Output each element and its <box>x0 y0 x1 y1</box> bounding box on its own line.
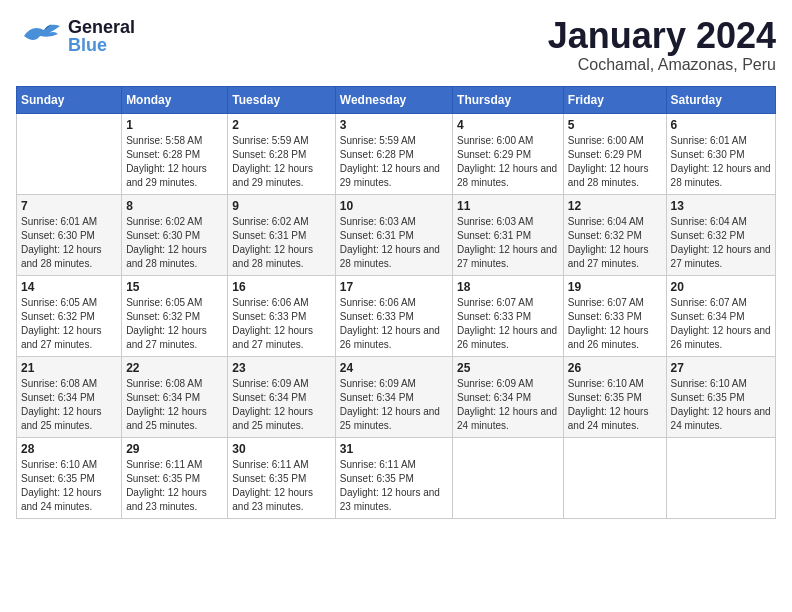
day-number: 30 <box>232 442 330 456</box>
calendar-cell: 22Sunrise: 6:08 AMSunset: 6:34 PMDayligh… <box>122 356 228 437</box>
calendar-cell: 11Sunrise: 6:03 AMSunset: 6:31 PMDayligh… <box>453 194 564 275</box>
day-number: 21 <box>21 361 117 375</box>
calendar-week-5: 28Sunrise: 6:10 AMSunset: 6:35 PMDayligh… <box>17 437 776 518</box>
day-number: 8 <box>126 199 223 213</box>
day-number: 9 <box>232 199 330 213</box>
day-number: 25 <box>457 361 559 375</box>
calendar-cell: 12Sunrise: 6:04 AMSunset: 6:32 PMDayligh… <box>563 194 666 275</box>
calendar-week-3: 14Sunrise: 6:05 AMSunset: 6:32 PMDayligh… <box>17 275 776 356</box>
day-info: Sunrise: 6:09 AMSunset: 6:34 PMDaylight:… <box>340 378 440 431</box>
calendar-cell: 17Sunrise: 6:06 AMSunset: 6:33 PMDayligh… <box>335 275 452 356</box>
day-number: 16 <box>232 280 330 294</box>
day-info: Sunrise: 6:10 AMSunset: 6:35 PMDaylight:… <box>568 378 649 431</box>
day-info: Sunrise: 6:05 AMSunset: 6:32 PMDaylight:… <box>126 297 207 350</box>
day-info: Sunrise: 6:00 AMSunset: 6:29 PMDaylight:… <box>568 135 649 188</box>
calendar-cell: 19Sunrise: 6:07 AMSunset: 6:33 PMDayligh… <box>563 275 666 356</box>
day-number: 14 <box>21 280 117 294</box>
day-number: 12 <box>568 199 662 213</box>
day-info: Sunrise: 6:01 AMSunset: 6:30 PMDaylight:… <box>671 135 771 188</box>
day-number: 26 <box>568 361 662 375</box>
day-number: 3 <box>340 118 448 132</box>
weekday-header-tuesday: Tuesday <box>228 86 335 113</box>
day-number: 29 <box>126 442 223 456</box>
calendar-cell: 16Sunrise: 6:06 AMSunset: 6:33 PMDayligh… <box>228 275 335 356</box>
calendar-cell: 30Sunrise: 6:11 AMSunset: 6:35 PMDayligh… <box>228 437 335 518</box>
calendar-cell <box>17 113 122 194</box>
day-number: 20 <box>671 280 771 294</box>
calendar-cell: 15Sunrise: 6:05 AMSunset: 6:32 PMDayligh… <box>122 275 228 356</box>
day-number: 15 <box>126 280 223 294</box>
day-info: Sunrise: 6:07 AMSunset: 6:34 PMDaylight:… <box>671 297 771 350</box>
day-number: 17 <box>340 280 448 294</box>
weekday-header-friday: Friday <box>563 86 666 113</box>
calendar-table: SundayMondayTuesdayWednesdayThursdayFrid… <box>16 86 776 519</box>
calendar-cell: 10Sunrise: 6:03 AMSunset: 6:31 PMDayligh… <box>335 194 452 275</box>
calendar-week-2: 7Sunrise: 6:01 AMSunset: 6:30 PMDaylight… <box>17 194 776 275</box>
calendar-cell: 31Sunrise: 6:11 AMSunset: 6:35 PMDayligh… <box>335 437 452 518</box>
day-number: 31 <box>340 442 448 456</box>
calendar-cell <box>563 437 666 518</box>
day-info: Sunrise: 6:04 AMSunset: 6:32 PMDaylight:… <box>568 216 649 269</box>
day-number: 23 <box>232 361 330 375</box>
calendar-cell: 29Sunrise: 6:11 AMSunset: 6:35 PMDayligh… <box>122 437 228 518</box>
calendar-cell: 6Sunrise: 6:01 AMSunset: 6:30 PMDaylight… <box>666 113 775 194</box>
header: General Blue January 2024 Cochamal, Amaz… <box>16 16 776 74</box>
subtitle: Cochamal, Amazonas, Peru <box>548 56 776 74</box>
calendar-cell: 7Sunrise: 6:01 AMSunset: 6:30 PMDaylight… <box>17 194 122 275</box>
day-info: Sunrise: 6:06 AMSunset: 6:33 PMDaylight:… <box>340 297 440 350</box>
day-number: 28 <box>21 442 117 456</box>
day-info: Sunrise: 6:07 AMSunset: 6:33 PMDaylight:… <box>568 297 649 350</box>
weekday-header-thursday: Thursday <box>453 86 564 113</box>
day-number: 1 <box>126 118 223 132</box>
day-number: 22 <box>126 361 223 375</box>
day-number: 7 <box>21 199 117 213</box>
day-info: Sunrise: 6:02 AMSunset: 6:31 PMDaylight:… <box>232 216 313 269</box>
day-info: Sunrise: 6:11 AMSunset: 6:35 PMDaylight:… <box>340 459 440 512</box>
day-number: 24 <box>340 361 448 375</box>
logo-text: General Blue <box>68 18 135 54</box>
day-info: Sunrise: 5:58 AMSunset: 6:28 PMDaylight:… <box>126 135 207 188</box>
day-info: Sunrise: 6:10 AMSunset: 6:35 PMDaylight:… <box>671 378 771 431</box>
weekday-header-sunday: Sunday <box>17 86 122 113</box>
day-number: 19 <box>568 280 662 294</box>
day-info: Sunrise: 6:11 AMSunset: 6:35 PMDaylight:… <box>126 459 207 512</box>
calendar-cell: 24Sunrise: 6:09 AMSunset: 6:34 PMDayligh… <box>335 356 452 437</box>
day-info: Sunrise: 6:09 AMSunset: 6:34 PMDaylight:… <box>232 378 313 431</box>
calendar-cell: 13Sunrise: 6:04 AMSunset: 6:32 PMDayligh… <box>666 194 775 275</box>
day-number: 5 <box>568 118 662 132</box>
logo: General Blue <box>16 16 135 56</box>
calendar-week-4: 21Sunrise: 6:08 AMSunset: 6:34 PMDayligh… <box>17 356 776 437</box>
day-number: 13 <box>671 199 771 213</box>
calendar-cell: 5Sunrise: 6:00 AMSunset: 6:29 PMDaylight… <box>563 113 666 194</box>
day-info: Sunrise: 6:00 AMSunset: 6:29 PMDaylight:… <box>457 135 557 188</box>
calendar-cell: 14Sunrise: 6:05 AMSunset: 6:32 PMDayligh… <box>17 275 122 356</box>
weekday-header-wednesday: Wednesday <box>335 86 452 113</box>
day-number: 18 <box>457 280 559 294</box>
logo-bird-icon <box>16 16 64 56</box>
day-number: 11 <box>457 199 559 213</box>
day-info: Sunrise: 5:59 AMSunset: 6:28 PMDaylight:… <box>340 135 440 188</box>
day-info: Sunrise: 5:59 AMSunset: 6:28 PMDaylight:… <box>232 135 313 188</box>
calendar-cell <box>666 437 775 518</box>
day-info: Sunrise: 6:05 AMSunset: 6:32 PMDaylight:… <box>21 297 102 350</box>
day-number: 27 <box>671 361 771 375</box>
weekday-header-saturday: Saturday <box>666 86 775 113</box>
calendar-cell: 25Sunrise: 6:09 AMSunset: 6:34 PMDayligh… <box>453 356 564 437</box>
day-info: Sunrise: 6:01 AMSunset: 6:30 PMDaylight:… <box>21 216 102 269</box>
calendar-cell: 4Sunrise: 6:00 AMSunset: 6:29 PMDaylight… <box>453 113 564 194</box>
calendar-cell: 21Sunrise: 6:08 AMSunset: 6:34 PMDayligh… <box>17 356 122 437</box>
weekday-header-monday: Monday <box>122 86 228 113</box>
title-block: January 2024 Cochamal, Amazonas, Peru <box>548 16 776 74</box>
calendar-cell: 28Sunrise: 6:10 AMSunset: 6:35 PMDayligh… <box>17 437 122 518</box>
calendar-cell: 1Sunrise: 5:58 AMSunset: 6:28 PMDaylight… <box>122 113 228 194</box>
day-info: Sunrise: 6:10 AMSunset: 6:35 PMDaylight:… <box>21 459 102 512</box>
day-number: 10 <box>340 199 448 213</box>
calendar-cell: 20Sunrise: 6:07 AMSunset: 6:34 PMDayligh… <box>666 275 775 356</box>
day-info: Sunrise: 6:04 AMSunset: 6:32 PMDaylight:… <box>671 216 771 269</box>
calendar-cell <box>453 437 564 518</box>
logo-blue: Blue <box>68 36 135 54</box>
calendar-week-1: 1Sunrise: 5:58 AMSunset: 6:28 PMDaylight… <box>17 113 776 194</box>
calendar-cell: 18Sunrise: 6:07 AMSunset: 6:33 PMDayligh… <box>453 275 564 356</box>
day-info: Sunrise: 6:08 AMSunset: 6:34 PMDaylight:… <box>21 378 102 431</box>
day-info: Sunrise: 6:07 AMSunset: 6:33 PMDaylight:… <box>457 297 557 350</box>
